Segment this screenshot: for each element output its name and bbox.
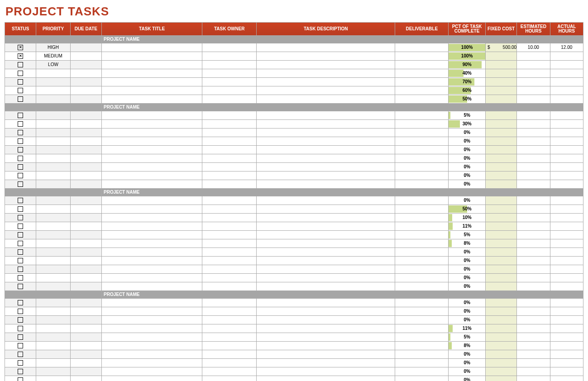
act-hours-cell[interactable]	[550, 274, 583, 282]
est-hours-cell[interactable]	[517, 316, 550, 324]
status-checkbox[interactable]	[18, 241, 23, 246]
task-description-cell[interactable]	[257, 137, 395, 146]
task-owner-cell[interactable]	[202, 43, 257, 52]
est-hours-cell[interactable]	[517, 333, 550, 342]
status-cell[interactable]	[5, 61, 36, 69]
pct-complete-cell[interactable]: 0%	[449, 180, 486, 189]
task-title-cell[interactable]	[102, 231, 202, 239]
task-title-cell[interactable]	[102, 333, 202, 342]
act-hours-cell[interactable]	[550, 231, 583, 239]
status-checkbox[interactable]	[18, 249, 23, 255]
status-checkbox[interactable]	[18, 45, 23, 50]
status-cell[interactable]	[5, 52, 36, 61]
priority-cell[interactable]	[36, 196, 70, 205]
pct-complete-cell[interactable]: 0%	[449, 367, 486, 376]
task-description-cell[interactable]	[257, 61, 395, 69]
est-hours-cell[interactable]	[517, 86, 550, 95]
act-hours-cell[interactable]	[550, 324, 583, 333]
task-owner-cell[interactable]	[202, 257, 257, 265]
task-description-cell[interactable]	[257, 52, 395, 61]
due-date-cell[interactable]	[70, 376, 101, 381]
status-checkbox[interactable]	[18, 88, 23, 93]
status-cell[interactable]	[5, 154, 36, 163]
est-hours-cell[interactable]	[517, 376, 550, 381]
est-hours-cell[interactable]	[517, 350, 550, 359]
due-date-cell[interactable]	[70, 196, 101, 205]
fixed-cost-cell[interactable]	[485, 171, 516, 180]
task-description-cell[interactable]	[257, 69, 395, 78]
task-owner-cell[interactable]	[202, 282, 257, 291]
est-hours-cell[interactable]	[517, 120, 550, 129]
task-owner-cell[interactable]	[202, 350, 257, 359]
task-title-cell[interactable]	[102, 239, 202, 248]
task-owner-cell[interactable]	[202, 61, 257, 69]
act-hours-cell[interactable]	[550, 316, 583, 324]
task-title-cell[interactable]	[102, 43, 202, 52]
task-owner-cell[interactable]	[202, 376, 257, 381]
task-title-cell[interactable]	[102, 61, 202, 69]
status-checkbox[interactable]	[18, 147, 23, 152]
act-hours-cell[interactable]	[550, 265, 583, 274]
task-description-cell[interactable]	[257, 95, 395, 104]
status-cell[interactable]	[5, 324, 36, 333]
est-hours-cell[interactable]	[517, 342, 550, 350]
task-owner-cell[interactable]	[202, 120, 257, 129]
task-title-cell[interactable]	[102, 324, 202, 333]
pct-complete-cell[interactable]: 0%	[449, 299, 486, 307]
deliverable-cell[interactable]	[395, 171, 449, 180]
deliverable-cell[interactable]	[395, 257, 449, 265]
act-hours-cell[interactable]	[550, 129, 583, 137]
task-description-cell[interactable]	[257, 205, 395, 214]
task-owner-cell[interactable]	[202, 111, 257, 120]
pct-complete-cell[interactable]: 50%	[449, 95, 486, 104]
due-date-cell[interactable]	[70, 307, 101, 316]
priority-cell[interactable]	[36, 342, 70, 350]
fixed-cost-cell[interactable]	[485, 163, 516, 171]
status-cell[interactable]	[5, 299, 36, 307]
act-hours-cell[interactable]	[550, 299, 583, 307]
task-description-cell[interactable]	[257, 299, 395, 307]
deliverable-cell[interactable]	[395, 69, 449, 78]
fixed-cost-cell[interactable]	[485, 324, 516, 333]
act-hours-cell[interactable]	[550, 111, 583, 120]
deliverable-cell[interactable]	[395, 78, 449, 86]
act-hours-cell[interactable]	[550, 282, 583, 291]
status-checkbox[interactable]	[18, 53, 23, 59]
est-hours-cell[interactable]	[517, 180, 550, 189]
due-date-cell[interactable]	[70, 350, 101, 359]
priority-cell[interactable]	[36, 120, 70, 129]
priority-cell[interactable]	[36, 129, 70, 137]
priority-cell[interactable]	[36, 324, 70, 333]
due-date-cell[interactable]	[70, 231, 101, 239]
task-title-cell[interactable]	[102, 307, 202, 316]
status-cell[interactable]	[5, 163, 36, 171]
task-owner-cell[interactable]	[202, 333, 257, 342]
task-description-cell[interactable]	[257, 342, 395, 350]
task-title-cell[interactable]	[102, 282, 202, 291]
deliverable-cell[interactable]	[395, 52, 449, 61]
due-date-cell[interactable]	[70, 205, 101, 214]
task-owner-cell[interactable]	[202, 299, 257, 307]
status-checkbox[interactable]	[18, 275, 23, 281]
fixed-cost-cell[interactable]	[485, 350, 516, 359]
task-title-cell[interactable]	[102, 205, 202, 214]
task-title-cell[interactable]	[102, 111, 202, 120]
task-description-cell[interactable]	[257, 282, 395, 291]
task-title-cell[interactable]	[102, 342, 202, 350]
task-description-cell[interactable]	[257, 274, 395, 282]
status-cell[interactable]	[5, 196, 36, 205]
deliverable-cell[interactable]	[395, 316, 449, 324]
deliverable-cell[interactable]	[395, 111, 449, 120]
task-title-cell[interactable]	[102, 274, 202, 282]
pct-complete-cell[interactable]: 8%	[449, 239, 486, 248]
pct-complete-cell[interactable]: 0%	[449, 129, 486, 137]
pct-complete-cell[interactable]: 5%	[449, 231, 486, 239]
task-title-cell[interactable]	[102, 376, 202, 381]
task-owner-cell[interactable]	[202, 69, 257, 78]
deliverable-cell[interactable]	[395, 222, 449, 231]
fixed-cost-cell[interactable]	[485, 205, 516, 214]
task-owner-cell[interactable]	[202, 324, 257, 333]
task-owner-cell[interactable]	[202, 171, 257, 180]
pct-complete-cell[interactable]: 40%	[449, 69, 486, 78]
pct-complete-cell[interactable]: 0%	[449, 257, 486, 265]
